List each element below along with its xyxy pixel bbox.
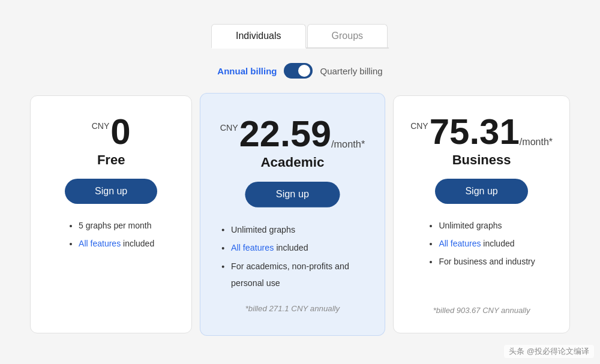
business-feature-1: Unlimited graphs <box>439 217 535 234</box>
academic-price-row: CNY 22.59 /month* <box>220 116 365 152</box>
free-currency: CNY <box>92 121 110 131</box>
business-price-suffix: /month* <box>520 137 553 148</box>
business-feature-2: All features included <box>439 235 535 252</box>
academic-feature-2: All features included <box>231 239 365 257</box>
plan-business: CNY 75.31 /month* Business Sign up Unlim… <box>393 95 570 333</box>
business-price-row: CNY 75.31 /month* <box>410 114 553 150</box>
annual-billing-label: Annual billing <box>217 66 277 76</box>
free-feature-link[interactable]: All features <box>79 239 121 248</box>
watermark: 头条 @投必得论文编译 <box>504 345 594 358</box>
pricing-cards: CNY 0 Free Sign up 5 graphs per month Al… <box>30 95 570 333</box>
billing-toggle-row: Annual billing Quarterly billing <box>217 63 382 79</box>
page-wrapper: Individuals Groups Annual billing Quarte… <box>0 12 600 351</box>
academic-price-suffix: /month* <box>331 139 365 150</box>
academic-currency: CNY <box>220 123 238 133</box>
tab-groups[interactable]: Groups <box>307 24 388 47</box>
business-currency: CNY <box>410 121 428 131</box>
business-signup-button[interactable]: Sign up <box>435 179 527 204</box>
academic-feature-1: Unlimited graphs <box>231 221 365 238</box>
free-features: 5 graphs per month All features included <box>68 217 154 315</box>
business-features: Unlimited graphs All features included F… <box>428 217 535 295</box>
free-price: 0 <box>110 114 130 150</box>
free-feature-1: 5 graphs per month <box>79 217 154 234</box>
academic-features: Unlimited graphs All features included F… <box>220 221 365 293</box>
academic-billed-note: *billed 271.1 CNY annually <box>245 304 340 313</box>
business-price: 75.31 <box>430 114 520 150</box>
quarterly-billing-label: Quarterly billing <box>320 66 382 76</box>
free-price-row: CNY 0 <box>92 114 131 150</box>
business-feature-3: For business and industry <box>439 253 535 270</box>
business-feature-link[interactable]: All features <box>439 239 481 248</box>
business-plan-name: Business <box>452 152 511 168</box>
tabs-container: Individuals Groups <box>211 24 389 49</box>
free-plan-name: Free <box>97 152 125 168</box>
free-signup-button[interactable]: Sign up <box>65 179 157 204</box>
plan-free: CNY 0 Free Sign up 5 graphs per month Al… <box>30 95 192 333</box>
academic-feature-link[interactable]: All features <box>231 243 274 252</box>
business-billed-note: *billed 903.67 CNY annually <box>433 306 530 315</box>
academic-signup-button[interactable]: Sign up <box>245 182 340 207</box>
tab-individuals[interactable]: Individuals <box>211 24 306 49</box>
free-feature-2: All features included <box>79 235 154 252</box>
academic-plan-name: Academic <box>261 155 325 171</box>
billing-toggle[interactable] <box>284 63 313 79</box>
plan-academic: CNY 22.59 /month* Academic Sign up Unlim… <box>200 93 385 336</box>
academic-price: 22.59 <box>239 116 331 152</box>
academic-feature-3: For academics, non-profits and personal … <box>231 257 365 291</box>
